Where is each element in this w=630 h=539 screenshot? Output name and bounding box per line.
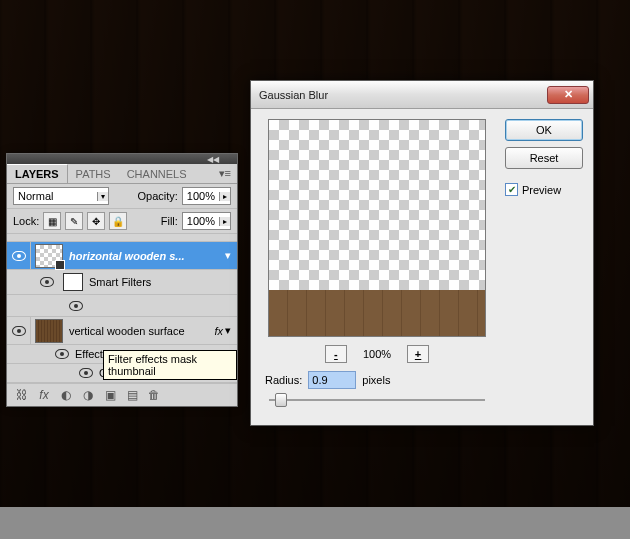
smart-filters-label: Smart Filters <box>89 276 151 288</box>
chevron-right-icon: ▸ <box>219 217 230 226</box>
eye-icon[interactable] <box>69 301 83 311</box>
reset-button[interactable]: Reset <box>505 147 583 169</box>
opacity-value: 100% <box>183 190 219 202</box>
dialog-titlebar[interactable]: Gaussian Blur ✕ <box>251 81 593 109</box>
opacity-input[interactable]: 100% ▸ <box>182 187 231 205</box>
fx-badge[interactable]: fx <box>214 325 223 337</box>
layers-list: horizontal wooden s... ▾ Smart Filters v… <box>7 234 237 383</box>
preview-content <box>269 290 485 336</box>
eye-icon[interactable] <box>40 277 54 287</box>
link-layers-icon[interactable]: ⛓ <box>13 387 31 403</box>
panel-menu-icon[interactable]: ▾≡ <box>213 167 237 180</box>
layer-thumbnail[interactable] <box>35 244 63 268</box>
layer-mask-icon[interactable]: ◐ <box>57 387 75 403</box>
radius-row: Radius: pixels <box>265 371 489 389</box>
close-icon: ✕ <box>564 88 573 101</box>
blend-mode-select[interactable]: Normal ▾ <box>13 187 109 205</box>
fill-label: Fill: <box>161 215 178 227</box>
slider-thumb[interactable] <box>275 393 287 407</box>
trash-icon[interactable]: 🗑 <box>145 387 163 403</box>
preview-box[interactable] <box>268 119 486 337</box>
dialog-title: Gaussian Blur <box>259 89 547 101</box>
expand-icon[interactable]: ▾ <box>225 249 231 262</box>
layer-name: vertical wooden surface <box>63 325 191 337</box>
layer-vertical-wooden[interactable]: vertical wooden surface fx ▾ <box>7 317 237 345</box>
new-layer-icon[interactable]: ▤ <box>123 387 141 403</box>
zoom-out-button[interactable]: - <box>325 345 347 363</box>
zoom-controls: - 100% + <box>261 345 493 363</box>
lock-all-button[interactable]: 🔒 <box>109 212 127 230</box>
eye-icon[interactable] <box>79 368 93 378</box>
tab-layers[interactable]: LAYERS <box>7 164 68 183</box>
blend-mode-value: Normal <box>14 190 57 202</box>
ok-button[interactable]: OK <box>505 119 583 141</box>
lock-label: Lock: <box>13 215 39 227</box>
filter-mask-thumbnail[interactable] <box>63 273 83 291</box>
preview-checkbox[interactable]: ✔ <box>505 183 518 196</box>
layer-name: horizontal wooden s... <box>63 250 191 262</box>
smart-object-badge-icon <box>55 260 65 270</box>
smart-filters-row[interactable]: Smart Filters <box>7 270 237 295</box>
layer-horizontal-wooden[interactable]: horizontal wooden s... ▾ <box>7 242 237 270</box>
radius-unit: pixels <box>362 374 390 386</box>
lock-transparency-button[interactable]: ▦ <box>43 212 61 230</box>
lock-position-button[interactable]: ✥ <box>87 212 105 230</box>
chevron-right-icon: ▸ <box>219 192 230 201</box>
fill-value: 100% <box>183 215 219 227</box>
zoom-in-button[interactable]: + <box>407 345 429 363</box>
expand-icon[interactable]: ▾ <box>225 324 231 337</box>
layer-row-collapsed[interactable] <box>7 234 237 242</box>
panel-tabs: LAYERS PATHS CHANNELS ▾≡ <box>7 164 237 184</box>
filter-sub-row[interactable] <box>7 295 237 317</box>
eye-icon[interactable] <box>12 326 26 336</box>
lock-fill-row: Lock: ▦ ✎ ✥ 🔒 Fill: 100% ▸ <box>7 209 237 234</box>
preview-checkbox-row[interactable]: ✔ Preview <box>505 183 583 196</box>
layers-panel: ◀◀ LAYERS PATHS CHANNELS ▾≡ Normal ▾ Opa… <box>6 153 238 407</box>
layer-thumbnail[interactable] <box>35 319 63 343</box>
blend-opacity-row: Normal ▾ Opacity: 100% ▸ <box>7 184 237 209</box>
eye-icon[interactable] <box>12 251 26 261</box>
gaussian-blur-dialog: Gaussian Blur ✕ - 100% + Radius: pixels <box>250 80 594 426</box>
tab-channels[interactable]: CHANNELS <box>119 165 195 183</box>
radius-input[interactable] <box>308 371 356 389</box>
floor-strip <box>0 507 630 539</box>
tooltip: Filter effects mask thumbnail <box>103 350 237 380</box>
preview-label: Preview <box>522 184 561 196</box>
opacity-label: Opacity: <box>138 190 178 202</box>
eye-icon[interactable] <box>55 349 69 359</box>
radius-label: Radius: <box>265 374 302 386</box>
radius-slider[interactable] <box>269 399 485 401</box>
lock-pixels-button[interactable]: ✎ <box>65 212 83 230</box>
chevron-down-icon: ▾ <box>97 192 108 201</box>
group-icon[interactable]: ▣ <box>101 387 119 403</box>
fill-input[interactable]: 100% ▸ <box>182 212 231 230</box>
fx-icon[interactable]: fx <box>35 387 53 403</box>
panel-grip[interactable]: ◀◀ <box>7 154 237 164</box>
collapse-icon: ◀◀ <box>207 155 219 164</box>
close-button[interactable]: ✕ <box>547 86 589 104</box>
zoom-value: 100% <box>363 348 391 360</box>
panel-footer: ⛓ fx ◐ ◑ ▣ ▤ 🗑 <box>7 383 237 406</box>
adjustment-layer-icon[interactable]: ◑ <box>79 387 97 403</box>
tab-paths[interactable]: PATHS <box>68 165 119 183</box>
